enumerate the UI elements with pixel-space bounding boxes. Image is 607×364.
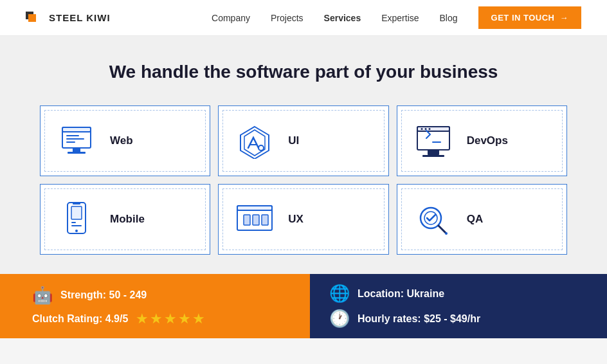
mobile-icon	[56, 199, 97, 240]
svg-rect-6	[66, 141, 75, 143]
svg-rect-7	[73, 148, 80, 152]
header: STEEL KIWI Company Projects Services Exp…	[0, 0, 607, 36]
ux-icon	[234, 199, 275, 240]
ux-label: UX	[288, 213, 304, 226]
nav-blog[interactable]: Blog	[440, 13, 458, 23]
rating-text: Clutch Rating: 4.9/5	[32, 313, 128, 325]
rating-stars: ★★★★★	[136, 311, 206, 327]
page-title: We handle the software part of your busi…	[39, 62, 568, 82]
devops-icon	[413, 120, 454, 161]
strength-text: Strength: 50 - 249	[60, 289, 147, 301]
rates-icon: 🕐	[329, 309, 350, 329]
service-card-ui[interactable]: UI	[218, 105, 388, 176]
svg-rect-22	[71, 225, 82, 226]
svg-rect-26	[237, 206, 272, 210]
svg-point-32	[445, 232, 448, 235]
svg-point-14	[421, 128, 422, 130]
stats-bar: 🤖 Strength: 50 - 249 Clutch Rating: 4.9/…	[0, 274, 607, 338]
svg-rect-3	[62, 127, 91, 132]
svg-point-23	[75, 230, 78, 232]
main-content: We handle the software part of your busi…	[0, 36, 607, 274]
service-card-ux[interactable]: UX	[218, 184, 388, 255]
svg-rect-8	[68, 152, 86, 154]
rates-text: Hourly rates: $25 - $49/hr	[358, 313, 480, 325]
service-card-devops[interactable]: DevOps	[397, 105, 567, 176]
logo-icon	[26, 12, 44, 24]
svg-point-15	[424, 128, 426, 130]
ui-label: UI	[288, 134, 299, 147]
stat-rating: Clutch Rating: 4.9/5 ★★★★★	[32, 311, 291, 327]
web-label: Web	[110, 134, 133, 147]
mobile-label: Mobile	[110, 213, 145, 226]
location-icon: 🌐	[329, 284, 350, 304]
svg-rect-5	[66, 138, 84, 140]
services-grid: Web UI	[40, 105, 567, 255]
service-card-qa[interactable]: QA	[397, 184, 567, 255]
cta-label: GET IN TOUCH	[491, 13, 555, 23]
cta-button[interactable]: GET IN TOUCH →	[478, 6, 581, 29]
stat-rates: 🕐 Hourly rates: $25 - $49/hr	[329, 309, 588, 329]
strength-icon: 🤖	[32, 286, 53, 305]
nav-expertise[interactable]: Expertise	[381, 13, 419, 23]
svg-rect-27	[244, 215, 250, 225]
svg-rect-29	[262, 215, 268, 225]
svg-rect-4	[66, 135, 79, 136]
qa-icon	[413, 199, 454, 240]
web-icon	[56, 120, 97, 161]
svg-point-16	[428, 128, 430, 130]
main-nav: Company Projects Services Expertise Blog	[212, 13, 458, 23]
devops-label: DevOps	[467, 134, 508, 147]
stat-location: 🌐 Location: Ukraine	[329, 284, 588, 304]
svg-rect-1	[28, 14, 36, 22]
service-card-web[interactable]: Web	[40, 105, 210, 176]
svg-rect-20	[71, 206, 82, 219]
service-card-mobile[interactable]: Mobile	[40, 184, 210, 255]
svg-rect-18	[422, 155, 444, 157]
qa-label: QA	[467, 213, 484, 226]
svg-marker-10	[244, 130, 265, 156]
stats-left: 🤖 Strength: 50 - 249 Clutch Rating: 4.9/…	[0, 274, 310, 338]
nav-services[interactable]: Services	[324, 13, 361, 23]
cta-arrow: →	[560, 13, 569, 23]
logo[interactable]: STEEL KIWI	[26, 12, 111, 24]
svg-rect-17	[428, 150, 439, 155]
logo-text: STEEL KIWI	[49, 12, 111, 23]
stat-strength: 🤖 Strength: 50 - 249	[32, 286, 291, 305]
ui-icon	[234, 120, 275, 161]
nav-projects[interactable]: Projects	[271, 13, 304, 23]
svg-rect-24	[73, 203, 80, 205]
svg-rect-28	[253, 215, 259, 225]
stats-right: 🌐 Location: Ukraine 🕐 Hourly rates: $25 …	[310, 274, 607, 338]
location-text: Location: Ukraine	[358, 288, 444, 300]
svg-rect-21	[71, 222, 76, 223]
nav-company[interactable]: Company	[212, 13, 250, 23]
